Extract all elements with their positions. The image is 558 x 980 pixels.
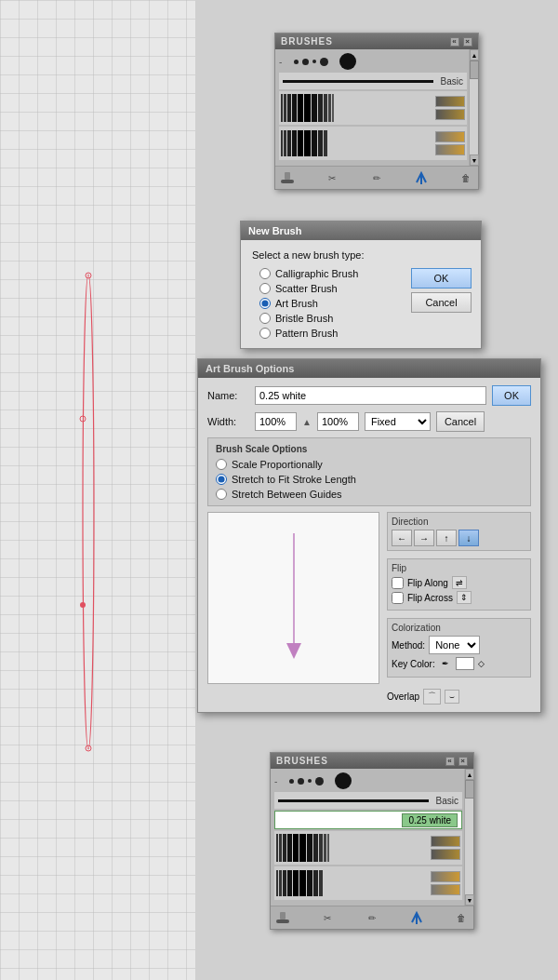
- scrollbar-2[interactable]: ▲ ▼: [464, 769, 473, 906]
- brush-dot-2d[interactable]: [315, 777, 324, 785]
- scroll-up-btn-2[interactable]: ▲: [465, 769, 474, 780]
- collapse-btn-2[interactable]: «: [445, 757, 455, 766]
- radio-scale-proportionally[interactable]: Scale Proportionally: [216, 459, 523, 470]
- brush-dot-4[interactable]: [320, 58, 328, 66]
- art-brush-cancel-btn[interactable]: Cancel: [436, 411, 485, 432]
- scroll-down-btn-1[interactable]: ▼: [470, 154, 479, 166]
- highlighted-brush-label: 0.25 white: [402, 813, 458, 827]
- apply-brush-icon-2[interactable]: [408, 909, 425, 926]
- new-brush-dialog: New Brush Select a new brush type: Calli…: [240, 221, 482, 349]
- brush-dot-2c[interactable]: [308, 779, 312, 783]
- dir-right-btn[interactable]: →: [414, 530, 434, 546]
- highlighted-brush-container: 0.25 white: [274, 811, 462, 829]
- direction-title: Direction: [392, 517, 526, 527]
- brush-dot-5[interactable]: [339, 53, 356, 70]
- side-options: Direction ← → ↑ ↓ Flip Flip Along ⇌: [387, 512, 531, 705]
- width-row: Width: ▲ Fixed Pressure Cancel: [207, 411, 531, 432]
- brush-preview-row-2a[interactable]: [274, 831, 462, 865]
- flip-along-icon[interactable]: ⇌: [452, 576, 467, 589]
- art-brush-dialog-title: Art Brush Options: [198, 359, 540, 378]
- dir-up-btn[interactable]: ↑: [436, 530, 457, 546]
- brush-dash-1[interactable]: -: [279, 57, 290, 67]
- art-brush-ok-btn[interactable]: OK: [492, 385, 531, 406]
- colorization-box: Colorization Method: None Tints Key Colo…: [387, 618, 531, 678]
- scroll-track-2: [465, 780, 473, 894]
- brush-dot-3[interactable]: [312, 60, 316, 63]
- svg-rect-6: [285, 172, 290, 180]
- basic-label: Basic: [441, 76, 463, 87]
- brush-scale-title: Brush Scale Options: [216, 444, 523, 454]
- fixed-select[interactable]: Fixed Pressure: [365, 412, 431, 431]
- scrollbar-1[interactable]: ▲ ▼: [469, 49, 478, 166]
- new-brush-cancel-btn[interactable]: Cancel: [411, 292, 472, 313]
- brush-lib-icon-2[interactable]: ✏: [364, 909, 380, 926]
- brush-preview-row-2[interactable]: [279, 127, 467, 160]
- width-input-1[interactable]: [255, 412, 297, 431]
- new-brush-dialog-buttons: OK Cancel: [411, 268, 472, 313]
- scroll-thumb-1[interactable]: [470, 60, 479, 79]
- apply-brush-icon[interactable]: [413, 169, 430, 186]
- overlap-btn-2[interactable]: ⌣: [445, 690, 459, 704]
- brush-options-icon[interactable]: ✂: [324, 169, 340, 186]
- brush-dot-1[interactable]: [294, 60, 299, 64]
- new-brush-icon-2[interactable]: [274, 909, 291, 926]
- scroll-thumb-2[interactable]: [465, 780, 474, 799]
- name-input[interactable]: [255, 386, 486, 405]
- radio-pattern[interactable]: Pattern Brush: [259, 328, 470, 339]
- brush-preview-row-1[interactable]: [279, 91, 467, 125]
- scroll-up-btn-1[interactable]: ▲: [470, 49, 479, 60]
- flip-across-checkbox[interactable]: [392, 592, 404, 604]
- scroll-down-btn-2[interactable]: ▼: [465, 894, 474, 906]
- svg-rect-10: [276, 920, 289, 923]
- dir-down-btn[interactable]: ↓: [458, 530, 479, 546]
- dir-left-btn[interactable]: ←: [392, 530, 412, 546]
- brush-lib-icon[interactable]: ✏: [368, 169, 385, 186]
- radio-bristle[interactable]: Bristle Brush: [259, 313, 470, 324]
- flip-along-row: Flip Along ⇌: [392, 576, 526, 589]
- color-hint-icon[interactable]: ◇: [478, 659, 485, 668]
- new-brush-dialog-title: New Brush: [241, 222, 481, 240]
- svg-point-3: [80, 602, 86, 608]
- brush-dots-row: -: [279, 53, 467, 70]
- svg-point-4: [86, 745, 91, 751]
- delete-brush-icon[interactable]: 🗑: [458, 169, 474, 186]
- method-row: Method: None Tints: [392, 636, 526, 654]
- radio-stretch-fit[interactable]: Stretch to Fit Stroke Length: [216, 474, 523, 485]
- brushes-panel-1-title: BRUSHES: [281, 36, 333, 47]
- eyedropper-icon[interactable]: ✒: [439, 659, 452, 668]
- brush-options-icon-2[interactable]: ✂: [319, 909, 336, 926]
- method-label: Method:: [392, 640, 425, 651]
- colorization-title: Colorization: [392, 623, 526, 633]
- stretch-fit-label: Stretch to Fit Stroke Length: [232, 474, 356, 485]
- new-brush-ok-btn[interactable]: OK: [411, 268, 472, 289]
- svg-rect-11: [280, 912, 286, 920]
- brush-dot-2b[interactable]: [298, 778, 304, 785]
- flip-along-checkbox[interactable]: [392, 577, 404, 589]
- brush-dash-2[interactable]: -: [274, 776, 286, 786]
- brush-dot-2[interactable]: [302, 59, 309, 65]
- flip-box: Flip Flip Along ⇌ Flip Across ⇕: [387, 558, 531, 611]
- basic-brush-row-2[interactable]: Basic: [274, 792, 462, 809]
- brush-preview-box: [207, 512, 379, 684]
- brush-dots-row-2: -: [274, 772, 462, 789]
- brush-preview-row-2b[interactable]: [274, 866, 462, 900]
- collapse-btn-1[interactable]: «: [450, 37, 459, 47]
- width-input-2[interactable]: [317, 412, 359, 431]
- delete-brush-icon-2[interactable]: 🗑: [453, 909, 470, 926]
- key-color-swatch[interactable]: [456, 657, 474, 670]
- brushes-panel-1-titlebar: BRUSHES « ×: [275, 34, 478, 49]
- overlap-btn-1[interactable]: ⌒: [423, 689, 441, 705]
- width-triangle-up[interactable]: ▲: [302, 417, 312, 427]
- new-brush-icon[interactable]: [279, 169, 296, 186]
- brush-dot-2a[interactable]: [289, 779, 294, 784]
- basic-brush-row[interactable]: Basic: [279, 73, 467, 89]
- close-btn-1[interactable]: ×: [463, 37, 472, 47]
- basic-stroke-line: [283, 80, 433, 83]
- highlighted-brush-row[interactable]: 0.25 white: [274, 811, 462, 829]
- flip-across-icon[interactable]: ⇕: [457, 591, 472, 604]
- radio-stretch-between[interactable]: Stretch Between Guides: [216, 489, 523, 500]
- width-label: Width:: [207, 416, 249, 427]
- brush-dot-2e[interactable]: [335, 772, 352, 789]
- method-select[interactable]: None Tints: [429, 636, 480, 654]
- close-btn-2[interactable]: ×: [458, 757, 468, 766]
